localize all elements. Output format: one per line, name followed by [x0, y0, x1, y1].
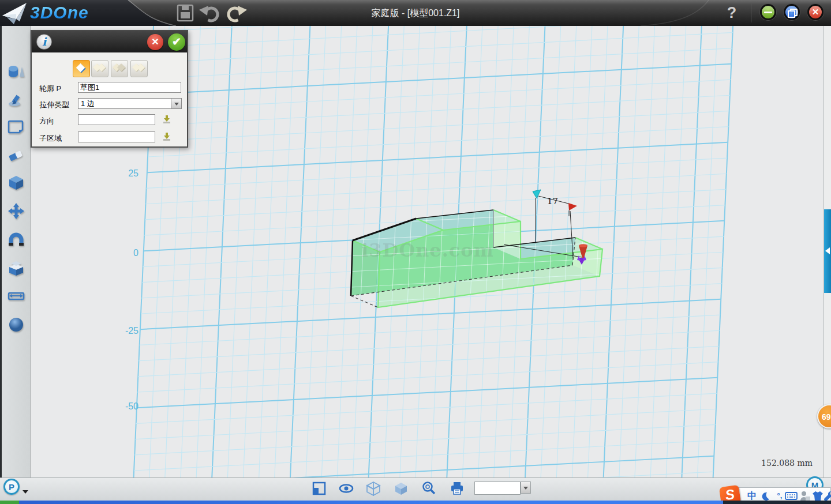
magnet-icon[interactable] [7, 231, 25, 249]
property-badge[interactable]: P [3, 479, 20, 495]
profile-input[interactable] [78, 82, 181, 93]
layout-view-button[interactable] [312, 481, 327, 496]
dimension-value: 17 [547, 196, 558, 206]
os-taskbar[interactable] [0, 501, 831, 504]
visibility-eye-button[interactable] [339, 481, 354, 496]
property-caret-icon[interactable] [23, 490, 28, 497]
titlebar-divider [751, 3, 751, 22]
info-icon[interactable]: i [36, 34, 52, 50]
extrude-mode-total-button[interactable] [130, 60, 148, 77]
application-window: 3DOne 家庭版 - [模型001.Z1] ? ✕ [0, 0, 831, 504]
arrow-left-icon [825, 247, 830, 254]
minimize-button[interactable] [760, 4, 776, 20]
watermark: i3DOne.com [361, 239, 494, 261]
subregion-label: 子区域 [39, 133, 76, 144]
sketch-icon[interactable] [7, 89, 25, 108]
profile-label: 轮廓 P [39, 84, 76, 94]
slide-out-tab[interactable] [824, 209, 831, 293]
window-title: 家庭版 - [模型001.Z1] [0, 0, 831, 26]
extrude-dialog: i ✕ ✔ 轮廓 P 拉伸类型 1 边 方向 子区域 [31, 30, 188, 148]
status-dimension-readout: 152.088 mm [738, 458, 813, 468]
zoom-settings-button[interactable] [421, 481, 436, 496]
extrude-mode-two-sides-button[interactable] [91, 60, 108, 77]
bottom-toolbar [0, 477, 831, 501]
right-edge-panel: 69 [823, 26, 831, 477]
close-x-icon: ✕ [809, 6, 822, 18]
extrude-type-select[interactable]: 1 边 [78, 98, 182, 109]
dim-flag-red[interactable] [568, 203, 577, 210]
primitives-icon[interactable] [7, 62, 25, 80]
extrude-type-value: 1 边 [81, 99, 95, 108]
dialog-cancel-button[interactable]: ✕ [147, 34, 163, 50]
minus-icon [764, 12, 772, 13]
dialog-confirm-button[interactable]: ✔ [168, 33, 185, 51]
shaded-view-button[interactable] [394, 481, 409, 496]
left-toolbar [0, 26, 31, 477]
move-icon[interactable] [7, 202, 25, 220]
unfold-box-icon[interactable] [7, 258, 25, 277]
print-button[interactable] [450, 481, 465, 496]
axis-label-n50: -50 [125, 401, 138, 411]
subregion-input[interactable] [78, 131, 155, 142]
extrude-mode-symmetric-button[interactable] [111, 60, 128, 77]
dropdown-arrow-button[interactable] [521, 482, 531, 494]
measure-icon[interactable] [7, 287, 25, 305]
select-arrow-button[interactable] [171, 99, 181, 108]
dim-handle-cyan[interactable] [533, 190, 541, 198]
axis-label-n25: -25 [125, 326, 138, 336]
dialog-header: i ✕ ✔ [32, 31, 187, 52]
sphere-icon[interactable] [7, 315, 25, 333]
direction-input[interactable] [78, 114, 155, 125]
cube-icon[interactable] [7, 174, 25, 192]
close-button[interactable]: ✕ [807, 4, 823, 20]
direction-label: 方向 [39, 116, 76, 126]
axis-label-0: 0 [133, 248, 138, 258]
extrude-mode-one-side-button[interactable] [73, 60, 90, 77]
restore-icon-front [788, 10, 795, 18]
taskbar-ime-segment [723, 501, 831, 504]
view-preset-dropdown[interactable] [474, 482, 521, 495]
wireframe-view-button[interactable] [366, 481, 381, 496]
eraser-icon[interactable] [7, 145, 25, 164]
subregion-pick-icon[interactable] [162, 131, 172, 142]
axis-label-25: 25 [128, 168, 138, 178]
title-bar: 3DOne 家庭版 - [模型001.Z1] ? ✕ [0, 0, 831, 26]
taskbar-start-segment[interactable] [0, 501, 19, 504]
maximize-button[interactable] [784, 4, 800, 20]
extrude-type-label: 拉伸类型 [39, 100, 76, 110]
sketch-plane-icon[interactable] [7, 117, 25, 136]
help-button[interactable]: ? [723, 1, 740, 25]
direction-pick-icon[interactable] [162, 114, 172, 125]
axis-labels: 25 0 -25 -50 [125, 168, 138, 411]
